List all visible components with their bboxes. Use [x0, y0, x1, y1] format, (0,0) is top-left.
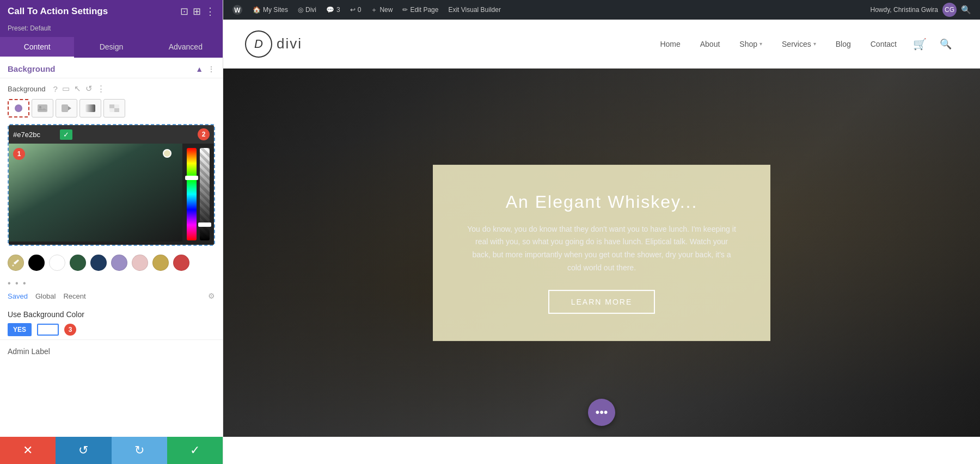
swatch-black[interactable] [28, 255, 45, 271]
video-type-btn[interactable] [56, 99, 77, 117]
wp-bar-right: Howdy, Christina Gwira CG 🔍 [866, 3, 976, 17]
hero-title: An Elegant Whiskey... [465, 191, 738, 212]
nav-search-icon[interactable]: 🔍 [933, 38, 958, 50]
search-icon[interactable]: 🔍 [957, 5, 976, 15]
preset-label[interactable]: Preset: Default [8, 24, 51, 32]
logo-text: divi [277, 35, 302, 52]
wp-logo-item[interactable]: W [228, 0, 247, 20]
step-badge-2: 2 [198, 128, 210, 140]
saved-option[interactable]: Saved [8, 292, 28, 300]
tab-design[interactable]: Design [74, 37, 148, 58]
redo-icon: ↻ [134, 443, 144, 457]
gradient-area: 1 [9, 144, 214, 245]
hex-confirm-button[interactable]: ✓ [60, 129, 72, 140]
hero-cta-button[interactable]: Learn More [548, 290, 656, 314]
admin-label-row: Admin Label [0, 339, 223, 356]
recent-option[interactable]: Recent [63, 292, 85, 300]
panel-title: Call To Action Settings [8, 6, 108, 17]
options-icon[interactable]: ⋮ [97, 84, 105, 94]
new-label: New [379, 6, 393, 14]
undo-button[interactable]: ↺ [56, 437, 111, 464]
help-icon[interactable]: ? [53, 84, 57, 94]
image-type-btn[interactable] [32, 99, 53, 117]
section-more-icon[interactable]: ⋮ [207, 65, 215, 73]
tabs-row: Content Design Advanced [0, 37, 223, 58]
mobile-icon[interactable]: ▭ [62, 84, 70, 94]
eyedropper-tool[interactable] [8, 255, 24, 271]
toggle-checkbox[interactable] [37, 324, 59, 336]
swatch-darkblue[interactable] [90, 255, 107, 271]
bg-controls-row: Background ? ▭ ↖ ↺ ⋮ [0, 78, 223, 97]
logo-circle: D [245, 30, 272, 58]
step-badge-3: 3 [64, 324, 76, 336]
swatch-red[interactable] [173, 255, 189, 271]
section-title: Background [8, 64, 56, 73]
divi-item[interactable]: ◎ Divi [293, 0, 321, 20]
my-sites-label: My Sites [263, 6, 288, 14]
cart-icon[interactable]: 🛒 [906, 38, 933, 51]
alpha-slider[interactable] [200, 148, 210, 240]
exit-builder-item[interactable]: Exit Visual Builder [444, 0, 505, 20]
nav-home[interactable]: Home [650, 40, 690, 48]
color-gradient-canvas[interactable]: 1 [9, 144, 182, 242]
toggle-yes-button[interactable]: YES [8, 323, 32, 336]
hue-handle[interactable] [185, 176, 198, 180]
swatches-settings-icon[interactable]: ⚙ [208, 292, 215, 300]
gradient-handle[interactable] [163, 149, 171, 158]
website-area: D divi Home About Shop ▾ Services ▾ [223, 20, 980, 464]
tab-content[interactable]: Content [0, 37, 74, 58]
panel-header-icons: ⊡ ⊞ ⋮ [180, 5, 215, 17]
save-icon: ✓ [190, 443, 200, 457]
alpha-handle[interactable] [198, 222, 211, 227]
more-swatches[interactable]: • • • [0, 276, 223, 290]
divi-icon: ◎ [298, 6, 303, 14]
cancel-button[interactable]: ✕ [0, 437, 56, 464]
svg-rect-6 [85, 104, 95, 112]
nav-shop[interactable]: Shop ▾ [730, 40, 772, 48]
more-icon[interactable]: ⋮ [205, 5, 215, 17]
tab-advanced[interactable]: Advanced [149, 37, 223, 58]
nav-services[interactable]: Services ▾ [772, 40, 826, 48]
nav-contact[interactable]: Contact [861, 40, 906, 48]
window-icon[interactable]: ⊡ [180, 5, 188, 17]
svg-point-10 [13, 265, 14, 267]
hue-slider[interactable] [187, 148, 197, 240]
panel-body: Background ▲ ⋮ Background ? ▭ ↖ ↺ ⋮ [0, 58, 223, 437]
collapse-icon[interactable]: ▲ [195, 65, 203, 73]
swatch-pink[interactable] [132, 255, 148, 271]
bg-label: Background [8, 85, 45, 93]
nav-about-label: About [700, 40, 720, 48]
swatch-purple[interactable] [111, 255, 127, 271]
reset-icon[interactable]: ↺ [85, 84, 93, 94]
user-avatar[interactable]: CG [942, 3, 957, 17]
nav-blog[interactable]: Blog [826, 40, 861, 48]
divi-label: Divi [305, 6, 316, 14]
nav-about[interactable]: About [690, 40, 730, 48]
svg-rect-9 [114, 108, 119, 112]
redo-button[interactable]: ↻ [112, 437, 167, 464]
cta-content-box: An Elegant Whiskey... You do know, you d… [433, 164, 770, 341]
admin-label-text: Admin Label [8, 347, 50, 356]
pointer-icon[interactable]: ↖ [74, 84, 81, 94]
hex-input[interactable] [13, 131, 57, 139]
edit-page-item[interactable]: ✏ Edit Page [398, 0, 443, 20]
my-sites-item[interactable]: 🏠 My Sites [248, 0, 292, 20]
comments-item[interactable]: 💬 3 [322, 0, 345, 20]
hex-row: ✓ 2 [9, 125, 214, 144]
gradient-type-btn[interactable] [79, 99, 101, 117]
save-button[interactable]: ✓ [167, 437, 223, 464]
swatch-darkgreen[interactable] [70, 255, 86, 271]
section-header-right: ▲ ⋮ [195, 65, 215, 73]
global-option[interactable]: Global [35, 292, 56, 300]
swatch-white[interactable] [49, 255, 65, 271]
nav-links: Home About Shop ▾ Services ▾ Blog Contac [650, 40, 906, 48]
swatch-gold[interactable] [152, 255, 169, 271]
color-type-btn[interactable] [8, 99, 29, 117]
new-item[interactable]: ＋ New [366, 0, 397, 20]
hero-section: An Elegant Whiskey... You do know, you d… [223, 69, 980, 437]
floating-dots-button[interactable]: ••• [588, 399, 615, 426]
replies-item[interactable]: ↩ 0 [346, 0, 366, 20]
pattern-type-btn[interactable] [103, 99, 125, 117]
undo-icon: ↺ [78, 443, 88, 457]
grid-icon[interactable]: ⊞ [193, 5, 201, 17]
